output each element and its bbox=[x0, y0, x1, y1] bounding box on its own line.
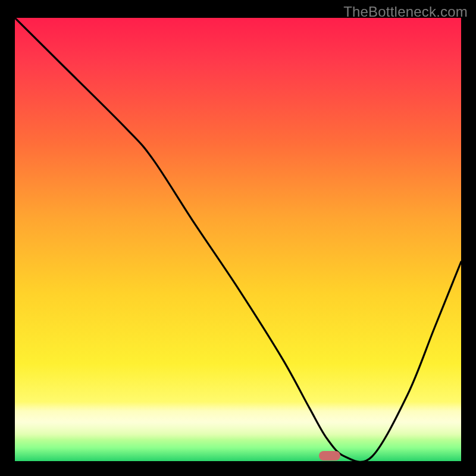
plot-area bbox=[15, 18, 461, 461]
chart-frame: TheBottleneck.com bbox=[0, 0, 476, 476]
curve-line bbox=[15, 18, 461, 461]
watermark-text: TheBottleneck.com bbox=[343, 4, 468, 20]
bottleneck-curve bbox=[15, 18, 461, 461]
optimal-marker bbox=[319, 451, 340, 461]
